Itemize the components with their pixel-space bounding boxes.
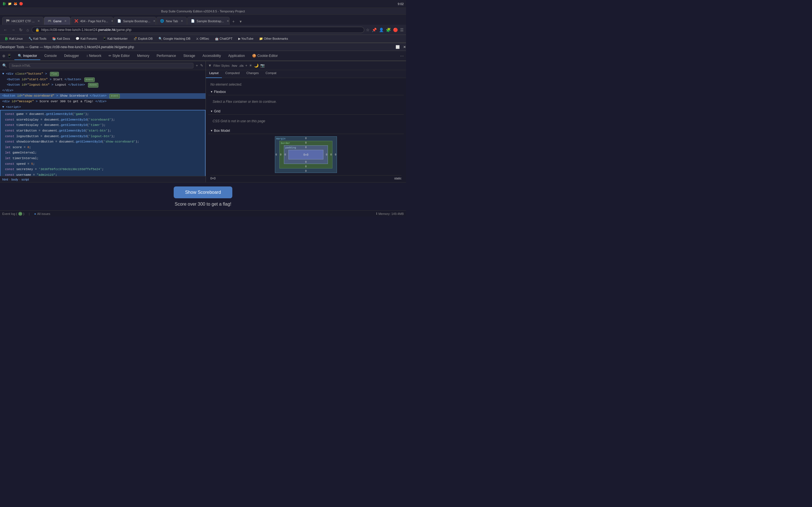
back-button[interactable]: ← xyxy=(2,27,8,33)
bookmark-kali-forums[interactable]: 💬 Kali Forums xyxy=(73,36,99,41)
html-line-div-message[interactable]: <div id="message" > Score over 300 to ge… xyxy=(0,99,206,105)
event-badge-logout[interactable]: event xyxy=(88,83,98,87)
html-content: ▼ <div class="buttons" > flex <button id… xyxy=(0,70,206,176)
box-dims-row: 0×0 static xyxy=(210,175,402,181)
tab-style-editor[interactable]: ✏ Style Editor xyxy=(105,52,133,60)
box-model-section-header[interactable]: ▼ Box Model xyxy=(208,128,404,134)
burp-icon[interactable]: 🔴 xyxy=(393,27,398,32)
bookmark-google-hacking[interactable]: 🔍 Google Hacking DB xyxy=(156,36,193,41)
html-line-script[interactable]: ▼ <script> xyxy=(0,105,206,110)
taskbar-item-browser[interactable]: 🦊 xyxy=(13,2,17,6)
styles-tab-layout[interactable]: Layout xyxy=(206,70,222,78)
flexbox-section-header[interactable]: ▼ Flexbox xyxy=(208,89,404,95)
event-log[interactable]: Event log ( 20 ) xyxy=(2,212,24,216)
tab-bootstrap1[interactable]: 📄 Sample Bootstrap... ✕ xyxy=(114,17,156,25)
tab-cookie-editor[interactable]: 🍪 Cookie-Editor xyxy=(249,52,281,60)
tab-bootstrap2[interactable]: 📄 Sample Bootstrap... ✕ xyxy=(187,17,230,25)
html-line-div-buttons[interactable]: ▼ <div class="buttons" > flex xyxy=(0,71,206,77)
search-html-icon: 🔍 xyxy=(2,63,7,68)
tab-performance[interactable]: Performance xyxy=(153,52,180,60)
network-label: ↕ Network xyxy=(86,54,101,58)
tab-debugger[interactable]: Debugger xyxy=(61,52,82,60)
pseudo-cls[interactable]: .cls xyxy=(239,64,244,67)
tab-404[interactable]: ❌ 404 - Page Not Fo... ✕ xyxy=(71,17,113,25)
tab-close-hkcert[interactable]: ✕ xyxy=(38,19,40,22)
account-icon[interactable]: 👤 xyxy=(379,27,384,32)
bookmark-youtube[interactable]: ▶ YouTube xyxy=(236,36,256,41)
all-issues[interactable]: ● All issues xyxy=(34,212,50,216)
responsive-icon[interactable]: 📱 xyxy=(7,54,11,58)
forward-button[interactable]: → xyxy=(10,27,16,33)
tab-close-newtab[interactable]: ✕ xyxy=(181,19,183,22)
screenshot-icon[interactable]: 📷 xyxy=(260,63,265,68)
tab-newtab[interactable]: 🌐 New Tab ✕ xyxy=(156,17,187,25)
tab-hkcert[interactable]: 🏁 HKCERT CTF ... ✕ xyxy=(2,17,43,25)
tab-favicon: 🌐 xyxy=(160,19,164,23)
bookmark-kali-nethunter[interactable]: 📱 Kali NetHunter xyxy=(100,36,130,41)
tab-application[interactable]: Application xyxy=(225,52,248,60)
html-line-btn-logout[interactable]: <button id="logout-btn" > Logout </butto… xyxy=(0,82,206,88)
tab-label: New Tab xyxy=(166,19,178,23)
devtools-dock-icon[interactable]: ⬜ xyxy=(396,45,400,49)
tab-game[interactable]: 🎮 Game ✕ xyxy=(44,17,70,25)
bookmark-kali-tools[interactable]: 🔧 Kali Tools xyxy=(26,36,49,41)
bookmark-kali-linux[interactable]: 🐉 Kali Linux xyxy=(2,36,25,41)
grid-section-header[interactable]: ▼ Grid xyxy=(208,108,404,115)
html-line-btn-start[interactable]: <button id="start-btn" > Start </button>… xyxy=(0,77,206,82)
bookmark-star-icon[interactable]: ☆ xyxy=(366,27,370,32)
menu-icon[interactable]: ☰ xyxy=(400,27,404,32)
pocket-icon[interactable]: 📌 xyxy=(372,27,377,32)
memory-icon: ℹ xyxy=(376,212,377,216)
pick-element-icon[interactable]: ⊕ xyxy=(2,54,5,58)
taskbar-item-burp[interactable]: 🔴 xyxy=(19,2,23,6)
tab-memory[interactable]: Memory xyxy=(134,52,153,60)
os-icon[interactable]: 🐉 xyxy=(2,2,6,6)
dark-mode-icon[interactable]: 🌙 xyxy=(254,63,259,68)
light-mode-icon[interactable]: ☀ xyxy=(249,63,252,68)
add-rule-icon[interactable]: + xyxy=(245,63,248,68)
search-html-input[interactable] xyxy=(9,63,193,68)
tab-label: Sample Bootstrap... xyxy=(123,19,150,23)
home-button[interactable]: ⌂ xyxy=(26,27,30,33)
html-line-div-close[interactable]: </div> xyxy=(0,88,206,94)
tab-close-bootstrap1[interactable]: ✕ xyxy=(153,19,155,22)
tab-inspector[interactable]: 🔍 Inspector xyxy=(14,52,40,60)
extensions-icon[interactable]: 🧩 xyxy=(386,27,391,32)
tab-network[interactable]: ↕ Network xyxy=(83,52,105,60)
breadcrumb-html[interactable]: html xyxy=(2,178,8,181)
devtools-close-icon[interactable]: ✕ xyxy=(403,45,406,49)
tab-bar: 🏁 HKCERT CTF ... ✕ 🎮 Game ✕ ❌ 404 - Page… xyxy=(0,15,406,25)
bookmark-exploit-db[interactable]: 💣 Exploit-DB xyxy=(131,36,155,41)
tab-console[interactable]: Console xyxy=(41,52,60,60)
tab-list-button[interactable]: ▾ xyxy=(238,18,244,25)
bookmark-kali-docs[interactable]: 📚 Kali Docs xyxy=(50,36,72,41)
new-tab-button[interactable]: + xyxy=(230,18,237,25)
flexbox-arrow: ▼ xyxy=(210,91,213,93)
reload-button[interactable]: ↻ xyxy=(18,27,24,33)
tab-storage[interactable]: Storage xyxy=(180,52,199,60)
event-badge-start[interactable]: event xyxy=(84,77,95,82)
styles-tab-compat[interactable]: Compat xyxy=(262,70,280,78)
styles-tab-computed[interactable]: Computed xyxy=(222,70,243,78)
bookmark-other[interactable]: 📁 Other Bookmarks xyxy=(257,36,290,41)
tab-close-game[interactable]: ✕ xyxy=(64,19,66,22)
bookmark-chatgpt[interactable]: 🤖 ChatGPT xyxy=(213,36,235,41)
show-scoreboard-button[interactable]: Show Scoreboard xyxy=(174,186,232,198)
html-line-btn-scoreboard[interactable]: <button id="show-scoreboard" > Show Scor… xyxy=(0,93,206,99)
add-node-icon[interactable]: + xyxy=(196,63,198,68)
breadcrumb-body[interactable]: body xyxy=(11,178,18,181)
bookmark-offsec[interactable]: ⚔ OffSec xyxy=(194,36,211,41)
breadcrumb-script[interactable]: script xyxy=(21,178,29,181)
tab-close-404[interactable]: ✕ xyxy=(111,19,113,22)
pick-node-icon[interactable]: ✎ xyxy=(200,63,203,68)
styles-tab-changes[interactable]: Changes xyxy=(243,70,262,78)
taskbar-item-files[interactable]: 📁 xyxy=(8,2,12,6)
event-badge-scoreboard[interactable]: event xyxy=(109,94,120,98)
devtools-more-icon[interactable]: ⋯ xyxy=(400,54,404,58)
tab-close-bootstrap2[interactable]: ✕ xyxy=(227,19,229,22)
inspector-icon: 🔍 xyxy=(18,54,22,58)
pseudo-hov[interactable]: :hov xyxy=(231,64,237,67)
tab-accessibility[interactable]: Accessibility xyxy=(199,52,224,60)
url-bar[interactable]: 🔒 https://c08-new-free-lunch-1.hkcert24.… xyxy=(32,27,364,33)
all-issues-dot: ● xyxy=(34,212,36,216)
